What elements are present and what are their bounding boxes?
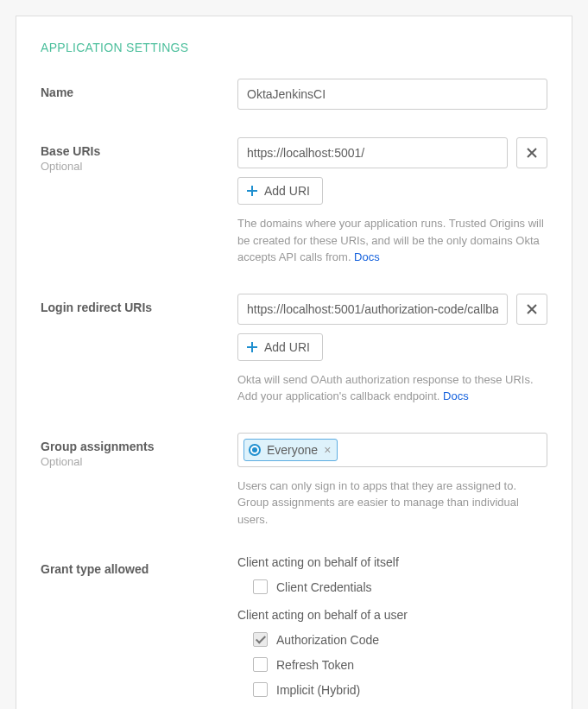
close-icon [527, 304, 537, 314]
add-login-redirect-label: Add URI [264, 340, 310, 354]
client-credentials-checkbox[interactable] [253, 579, 268, 594]
application-settings-panel: APPLICATION SETTINGS Name Base URIs Opti… [16, 16, 572, 709]
row-groups: Group assignments Optional Everyone × Us… [41, 433, 547, 529]
refresh-token-checkbox[interactable] [253, 657, 268, 672]
login-redirect-docs-link[interactable]: Docs [443, 389, 469, 402]
row-grants: Grant type allowed Client acting on beha… [41, 555, 547, 709]
implicit-hybrid-checkbox[interactable] [253, 682, 268, 697]
implicit-hybrid-label: Implicit (Hybrid) [276, 683, 360, 697]
refresh-token-label: Refresh Token [276, 658, 354, 672]
row-login-redirect: Login redirect URIs Add URI Okta will se… [41, 294, 547, 405]
remove-base-uri-button[interactable] [516, 137, 547, 168]
base-uris-label: Base URIs [41, 144, 237, 158]
grant-user-heading: Client acting on behalf of a user [237, 608, 547, 622]
authorization-code-label: Authorization Code [276, 633, 379, 647]
login-redirect-help: Okta will send OAuth authorization respo… [237, 371, 547, 405]
group-tag-label: Everyone [267, 443, 318, 457]
grants-label: Grant type allowed [41, 562, 237, 576]
plus-icon [247, 186, 257, 196]
row-base-uris: Base URIs Optional Add URI The domains w… [41, 137, 547, 266]
add-login-redirect-button[interactable]: Add URI [237, 333, 323, 361]
client-credentials-label: Client Credentials [276, 580, 372, 594]
base-uris-optional: Optional [41, 160, 237, 173]
name-input[interactable] [237, 79, 547, 110]
group-tag-input[interactable]: Everyone × [237, 433, 547, 467]
base-uri-input[interactable] [237, 137, 508, 168]
groups-label: Group assignments [41, 440, 237, 453]
panel-title: APPLICATION SETTINGS [41, 41, 547, 54]
authorization-code-checkbox[interactable] [253, 632, 268, 647]
remove-login-redirect-button[interactable] [516, 294, 547, 325]
add-base-uri-button[interactable]: Add URI [237, 177, 323, 205]
groups-optional: Optional [41, 455, 237, 468]
name-label: Name [41, 85, 237, 99]
login-redirect-label: Login redirect URIs [41, 301, 237, 314]
grant-self-heading: Client acting on behalf of itself [237, 555, 547, 569]
plus-icon [247, 342, 257, 352]
groups-help: Users can only sign in to apps that they… [237, 478, 547, 529]
remove-group-tag-button[interactable]: × [324, 444, 331, 456]
base-uris-docs-link[interactable]: Docs [354, 250, 380, 263]
group-bullet-icon [249, 444, 261, 456]
group-tag-everyone: Everyone × [243, 439, 338, 461]
login-redirect-input[interactable] [237, 294, 508, 325]
close-icon [527, 148, 537, 158]
row-name: Name [41, 79, 547, 110]
add-base-uri-label: Add URI [264, 184, 310, 198]
base-uris-help: The domains where your application runs.… [237, 215, 547, 266]
